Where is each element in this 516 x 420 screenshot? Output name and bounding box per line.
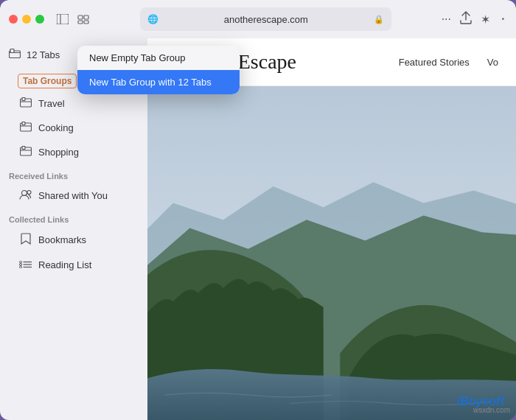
browser-content: Another Escape Featured Stories Vo (147, 38, 516, 420)
travel-icon (19, 97, 32, 110)
svg-point-15 (27, 191, 31, 195)
sidebar-item-shared[interactable]: Shared with You (4, 184, 143, 207)
favicon-icon: 🌐 (147, 14, 158, 24)
cooking-icon (19, 122, 32, 134)
hero-area: FEATURED STORIES iBoysoft wsxdn.com (147, 86, 516, 420)
address-text: anotherescape.com (163, 14, 369, 25)
sidebar-item-travel[interactable]: Travel (4, 92, 143, 115)
svg-rect-13 (22, 147, 25, 150)
tab-groups-header: Tab Groups (18, 74, 77, 88)
tabs-label: 12 Tabs (27, 49, 60, 60)
bookmarks-icon (19, 233, 32, 247)
sidebar-item-shopping[interactable]: Shopping (4, 141, 143, 164)
tabs-icon (9, 49, 21, 60)
svg-rect-9 (22, 98, 25, 101)
main-area: 12 Tabs Tab Groups Travel (0, 38, 516, 420)
content-nav: Featured Stories Vo (399, 57, 498, 68)
brightness-icon[interactable]: ✶ (481, 13, 490, 27)
shopping-icon (19, 146, 32, 158)
address-bar[interactable]: 🌐 anotherescape.com 🔒 (140, 7, 391, 31)
tab-group-dropdown: New Empty Tab Group New Tab Group with 1… (77, 46, 240, 94)
svg-point-18 (20, 261, 22, 263)
share-icon[interactable] (460, 11, 472, 27)
titlebar-right-icons: ··· ✶ ⬝ (442, 11, 507, 27)
watermark-text: iBoysoft (457, 395, 504, 408)
svg-rect-7 (10, 49, 14, 53)
received-links-header: Received Links (0, 164, 147, 183)
sidebar-item-cooking[interactable]: Cooking (4, 116, 143, 139)
titlebar: 🌐 anotherescape.com 🔒 ··· ✶ ⬝ New Empty … (0, 0, 516, 38)
lock-icon: 🔒 (374, 15, 384, 24)
traffic-lights (9, 15, 44, 24)
watermark-area: iBoysoft wsxdn.com (473, 406, 510, 414)
more-options-icon[interactable]: ··· (442, 13, 451, 26)
svg-point-16 (20, 264, 22, 266)
svg-point-20 (20, 266, 22, 268)
bookmarks-label: Bookmarks (38, 234, 86, 245)
new-tab-group-with-tabs-item[interactable]: New Tab Group with 12 Tabs (77, 70, 240, 94)
close-button[interactable] (9, 15, 18, 24)
collected-links-header: Collected Links (0, 208, 147, 227)
svg-rect-3 (84, 15, 88, 19)
svg-rect-0 (57, 14, 69, 24)
sidebar-item-reading-list[interactable]: Reading List (4, 253, 143, 276)
svg-rect-4 (78, 21, 83, 24)
reading-list-icon (19, 259, 32, 270)
shared-icon (19, 189, 32, 202)
travel-label: Travel (38, 98, 65, 109)
reading-list-label: Reading List (38, 259, 91, 270)
titlebar-left-icons (56, 13, 90, 26)
extensions-icon[interactable]: ⬝ (499, 12, 507, 27)
nav-featured-stories[interactable]: Featured Stories (399, 57, 470, 68)
cooking-label: Cooking (38, 122, 74, 133)
svg-rect-11 (22, 122, 25, 125)
new-empty-tab-group-item[interactable]: New Empty Tab Group (77, 46, 240, 70)
minimize-button[interactable] (22, 15, 31, 24)
tab-overview-icon[interactable] (77, 13, 90, 26)
sidebar-item-bookmarks[interactable]: Bookmarks (4, 228, 143, 252)
sidebar-toggle-icon[interactable] (56, 13, 69, 26)
sidebar: 12 Tabs Tab Groups Travel (0, 38, 147, 420)
fullscreen-button[interactable] (35, 15, 44, 24)
shared-with-you-label: Shared with You (38, 190, 108, 201)
shopping-label: Shopping (38, 147, 79, 158)
nav-vo[interactable]: Vo (487, 57, 498, 68)
svg-rect-5 (84, 21, 88, 24)
svg-rect-2 (78, 15, 83, 19)
hero-image: FEATURED STORIES (147, 86, 516, 420)
